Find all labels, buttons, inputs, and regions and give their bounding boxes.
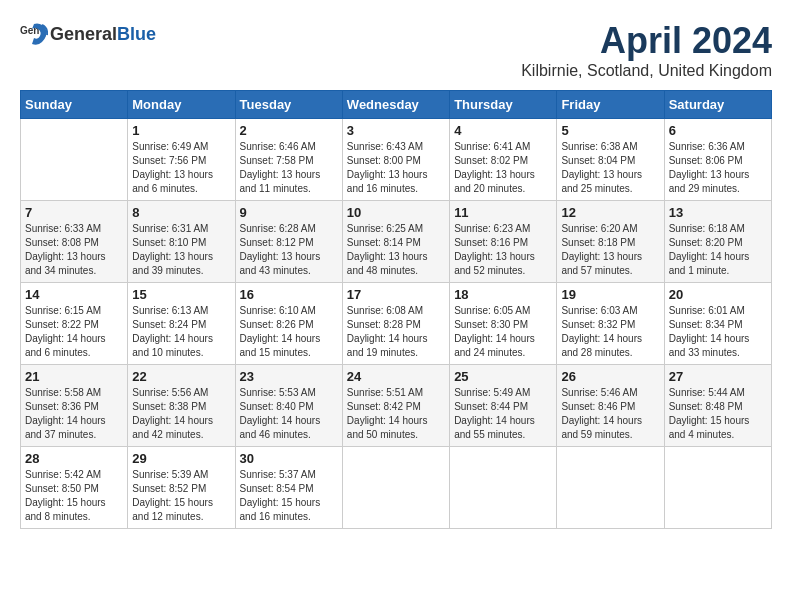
calendar-cell [21, 119, 128, 201]
location-title: Kilbirnie, Scotland, United Kingdom [521, 62, 772, 80]
calendar-week-row: 1Sunrise: 6:49 AM Sunset: 7:56 PM Daylig… [21, 119, 772, 201]
day-info: Sunrise: 6:20 AM Sunset: 8:18 PM Dayligh… [561, 222, 659, 278]
day-number: 18 [454, 287, 552, 302]
day-number: 8 [132, 205, 230, 220]
day-number: 25 [454, 369, 552, 384]
calendar-cell: 3Sunrise: 6:43 AM Sunset: 8:00 PM Daylig… [342, 119, 449, 201]
calendar-cell: 4Sunrise: 6:41 AM Sunset: 8:02 PM Daylig… [450, 119, 557, 201]
day-info: Sunrise: 6:43 AM Sunset: 8:00 PM Dayligh… [347, 140, 445, 196]
logo-general: General [50, 24, 117, 44]
calendar-cell: 9Sunrise: 6:28 AM Sunset: 8:12 PM Daylig… [235, 201, 342, 283]
day-header-saturday: Saturday [664, 91, 771, 119]
day-info: Sunrise: 6:18 AM Sunset: 8:20 PM Dayligh… [669, 222, 767, 278]
calendar-cell: 6Sunrise: 6:36 AM Sunset: 8:06 PM Daylig… [664, 119, 771, 201]
day-info: Sunrise: 6:05 AM Sunset: 8:30 PM Dayligh… [454, 304, 552, 360]
day-info: Sunrise: 5:39 AM Sunset: 8:52 PM Dayligh… [132, 468, 230, 524]
day-header-friday: Friday [557, 91, 664, 119]
calendar-cell: 28Sunrise: 5:42 AM Sunset: 8:50 PM Dayli… [21, 447, 128, 529]
day-number: 15 [132, 287, 230, 302]
day-info: Sunrise: 5:46 AM Sunset: 8:46 PM Dayligh… [561, 386, 659, 442]
calendar-cell [450, 447, 557, 529]
calendar-cell: 29Sunrise: 5:39 AM Sunset: 8:52 PM Dayli… [128, 447, 235, 529]
day-info: Sunrise: 5:56 AM Sunset: 8:38 PM Dayligh… [132, 386, 230, 442]
day-number: 11 [454, 205, 552, 220]
calendar-cell: 24Sunrise: 5:51 AM Sunset: 8:42 PM Dayli… [342, 365, 449, 447]
day-number: 9 [240, 205, 338, 220]
calendar-cell: 10Sunrise: 6:25 AM Sunset: 8:14 PM Dayli… [342, 201, 449, 283]
day-info: Sunrise: 6:23 AM Sunset: 8:16 PM Dayligh… [454, 222, 552, 278]
day-info: Sunrise: 6:01 AM Sunset: 8:34 PM Dayligh… [669, 304, 767, 360]
calendar-cell: 16Sunrise: 6:10 AM Sunset: 8:26 PM Dayli… [235, 283, 342, 365]
day-number: 24 [347, 369, 445, 384]
day-info: Sunrise: 6:31 AM Sunset: 8:10 PM Dayligh… [132, 222, 230, 278]
calendar-table: SundayMondayTuesdayWednesdayThursdayFrid… [20, 90, 772, 529]
day-number: 5 [561, 123, 659, 138]
day-number: 17 [347, 287, 445, 302]
calendar-week-row: 7Sunrise: 6:33 AM Sunset: 8:08 PM Daylig… [21, 201, 772, 283]
calendar-cell: 22Sunrise: 5:56 AM Sunset: 8:38 PM Dayli… [128, 365, 235, 447]
calendar-week-row: 21Sunrise: 5:58 AM Sunset: 8:36 PM Dayli… [21, 365, 772, 447]
day-number: 12 [561, 205, 659, 220]
calendar-cell: 30Sunrise: 5:37 AM Sunset: 8:54 PM Dayli… [235, 447, 342, 529]
day-info: Sunrise: 6:25 AM Sunset: 8:14 PM Dayligh… [347, 222, 445, 278]
calendar-cell: 5Sunrise: 6:38 AM Sunset: 8:04 PM Daylig… [557, 119, 664, 201]
calendar-cell: 7Sunrise: 6:33 AM Sunset: 8:08 PM Daylig… [21, 201, 128, 283]
day-number: 4 [454, 123, 552, 138]
calendar-cell: 11Sunrise: 6:23 AM Sunset: 8:16 PM Dayli… [450, 201, 557, 283]
page-header: Gen GeneralBlue April 2024 Kilbirnie, Sc… [20, 20, 772, 80]
day-number: 6 [669, 123, 767, 138]
day-info: Sunrise: 6:03 AM Sunset: 8:32 PM Dayligh… [561, 304, 659, 360]
day-number: 30 [240, 451, 338, 466]
day-info: Sunrise: 6:28 AM Sunset: 8:12 PM Dayligh… [240, 222, 338, 278]
calendar-cell: 20Sunrise: 6:01 AM Sunset: 8:34 PM Dayli… [664, 283, 771, 365]
day-info: Sunrise: 6:33 AM Sunset: 8:08 PM Dayligh… [25, 222, 123, 278]
title-block: April 2024 Kilbirnie, Scotland, United K… [521, 20, 772, 80]
day-number: 2 [240, 123, 338, 138]
day-number: 20 [669, 287, 767, 302]
calendar-cell: 21Sunrise: 5:58 AM Sunset: 8:36 PM Dayli… [21, 365, 128, 447]
calendar-cell [342, 447, 449, 529]
day-header-monday: Monday [128, 91, 235, 119]
day-number: 10 [347, 205, 445, 220]
day-info: Sunrise: 6:08 AM Sunset: 8:28 PM Dayligh… [347, 304, 445, 360]
day-info: Sunrise: 5:42 AM Sunset: 8:50 PM Dayligh… [25, 468, 123, 524]
day-header-sunday: Sunday [21, 91, 128, 119]
logo-blue: Blue [117, 24, 156, 44]
day-number: 23 [240, 369, 338, 384]
logo: Gen GeneralBlue [20, 20, 156, 48]
calendar-cell: 2Sunrise: 6:46 AM Sunset: 7:58 PM Daylig… [235, 119, 342, 201]
day-header-tuesday: Tuesday [235, 91, 342, 119]
logo-icon: Gen [20, 20, 48, 48]
day-number: 3 [347, 123, 445, 138]
logo-text: GeneralBlue [50, 24, 156, 45]
day-info: Sunrise: 5:49 AM Sunset: 8:44 PM Dayligh… [454, 386, 552, 442]
day-info: Sunrise: 5:51 AM Sunset: 8:42 PM Dayligh… [347, 386, 445, 442]
day-number: 26 [561, 369, 659, 384]
day-number: 19 [561, 287, 659, 302]
day-number: 28 [25, 451, 123, 466]
day-number: 27 [669, 369, 767, 384]
calendar-cell: 18Sunrise: 6:05 AM Sunset: 8:30 PM Dayli… [450, 283, 557, 365]
calendar-cell: 8Sunrise: 6:31 AM Sunset: 8:10 PM Daylig… [128, 201, 235, 283]
calendar-cell: 15Sunrise: 6:13 AM Sunset: 8:24 PM Dayli… [128, 283, 235, 365]
day-number: 13 [669, 205, 767, 220]
calendar-cell: 25Sunrise: 5:49 AM Sunset: 8:44 PM Dayli… [450, 365, 557, 447]
calendar-cell: 19Sunrise: 6:03 AM Sunset: 8:32 PM Dayli… [557, 283, 664, 365]
calendar-week-row: 14Sunrise: 6:15 AM Sunset: 8:22 PM Dayli… [21, 283, 772, 365]
calendar-cell: 23Sunrise: 5:53 AM Sunset: 8:40 PM Dayli… [235, 365, 342, 447]
day-info: Sunrise: 5:53 AM Sunset: 8:40 PM Dayligh… [240, 386, 338, 442]
day-number: 16 [240, 287, 338, 302]
day-number: 1 [132, 123, 230, 138]
day-info: Sunrise: 6:15 AM Sunset: 8:22 PM Dayligh… [25, 304, 123, 360]
day-number: 14 [25, 287, 123, 302]
day-info: Sunrise: 6:41 AM Sunset: 8:02 PM Dayligh… [454, 140, 552, 196]
calendar-cell [557, 447, 664, 529]
calendar-cell: 14Sunrise: 6:15 AM Sunset: 8:22 PM Dayli… [21, 283, 128, 365]
day-number: 29 [132, 451, 230, 466]
day-info: Sunrise: 6:10 AM Sunset: 8:26 PM Dayligh… [240, 304, 338, 360]
day-info: Sunrise: 6:36 AM Sunset: 8:06 PM Dayligh… [669, 140, 767, 196]
day-info: Sunrise: 6:13 AM Sunset: 8:24 PM Dayligh… [132, 304, 230, 360]
day-info: Sunrise: 5:44 AM Sunset: 8:48 PM Dayligh… [669, 386, 767, 442]
calendar-cell [664, 447, 771, 529]
calendar-cell: 27Sunrise: 5:44 AM Sunset: 8:48 PM Dayli… [664, 365, 771, 447]
